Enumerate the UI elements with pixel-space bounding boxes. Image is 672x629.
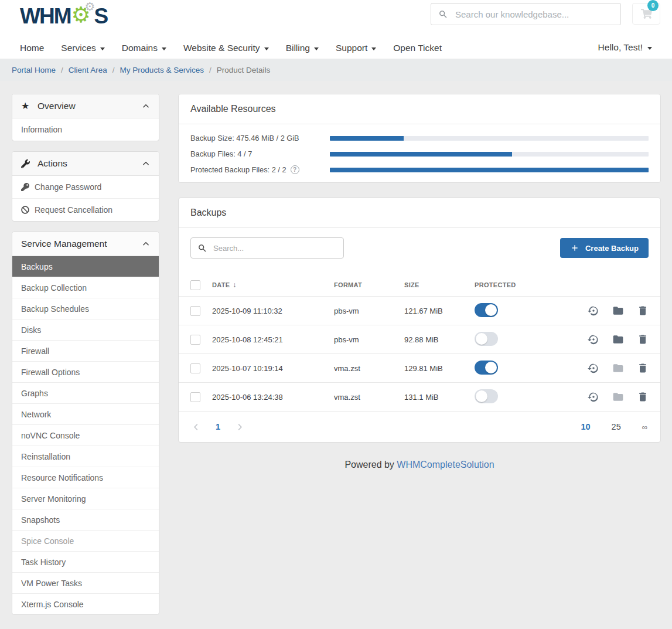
star-icon xyxy=(21,101,32,111)
column-header-date[interactable]: DATE↓ xyxy=(212,281,334,289)
page-size-25[interactable]: 25 xyxy=(612,422,621,431)
account-menu[interactable]: Hello, Test! xyxy=(598,42,652,53)
delete-backup-button[interactable] xyxy=(637,305,649,317)
main-content: Available Resources Backup Size: 475.46 … xyxy=(178,94,661,494)
chevron-down-icon xyxy=(264,47,269,50)
resource-label: Backup Files: 4 / 7 xyxy=(190,149,330,158)
cell-date: 2025-10-07 10:19:14 xyxy=(212,364,334,373)
protected-toggle[interactable] xyxy=(475,332,498,346)
whmcs-logo[interactable]: WHM S xyxy=(20,5,107,29)
sidebar-item-graphs[interactable]: Graphs xyxy=(12,382,159,403)
table-row: 2025-10-07 10:19:14vma.zst129.81 MiB xyxy=(179,353,660,382)
nav-item-support[interactable]: Support xyxy=(336,43,376,53)
delete-backup-button[interactable] xyxy=(637,362,649,374)
logo-text-s: S xyxy=(94,5,107,28)
sidebar-item-label: Firewall xyxy=(21,346,49,356)
page-size-10[interactable]: 10 xyxy=(581,422,590,431)
help-icon[interactable]: ? xyxy=(291,165,299,174)
nav-item-services[interactable]: Services xyxy=(61,43,104,53)
toggle-knob xyxy=(476,390,487,402)
sidebar-item-novnc-console[interactable]: noVNC Console xyxy=(12,424,159,446)
sidebar-item-task-history[interactable]: Task History xyxy=(12,551,159,572)
nav-item-website-security[interactable]: Website & Security xyxy=(183,43,269,53)
sidebar-item-firewall[interactable]: Firewall xyxy=(12,340,159,361)
sidebar-item-backup-collection[interactable]: Backup Collection xyxy=(12,277,159,298)
sidebar-item-information[interactable]: Information xyxy=(12,118,159,141)
sidebar-item-xterm-js-console[interactable]: Xterm.js Console xyxy=(12,593,159,614)
overview-panel-header[interactable]: Overview xyxy=(12,94,159,118)
browse-files-button[interactable] xyxy=(612,305,624,317)
prev-page-icon[interactable] xyxy=(192,423,200,431)
actions-panel: Actions Change PasswordRequest Cancellat… xyxy=(12,151,159,222)
service-management-panel: Service Management BackupsBackup Collect… xyxy=(12,232,159,615)
delete-backup-button[interactable] xyxy=(637,334,649,345)
sidebar-item-label: Resource Notifications xyxy=(21,473,103,482)
sidebar-item-vm-power-tasks[interactable]: VM Power Tasks xyxy=(12,572,159,593)
nav-item-home[interactable]: Home xyxy=(20,43,44,53)
current-page[interactable]: 1 xyxy=(216,422,220,431)
sidebar-item-label: Disks xyxy=(21,325,41,335)
cell-size: 131.1 MiB xyxy=(404,393,475,402)
knowledgebase-search-input[interactable] xyxy=(455,9,613,19)
sidebar-item-label: Backup Schedules xyxy=(21,304,89,314)
whmcs-footer-link[interactable]: WHMCompleteSolution xyxy=(397,460,494,470)
sidebar-item-resource-notifications[interactable]: Resource Notifications xyxy=(12,467,159,488)
page-size-all[interactable]: ∞ xyxy=(642,423,647,431)
restore-backup-button[interactable] xyxy=(588,305,599,317)
breadcrumb-client-area[interactable]: Client Area xyxy=(69,66,107,74)
sidebar-item-network[interactable]: Network xyxy=(12,403,159,424)
sidebar-item-label: VM Power Tasks xyxy=(21,579,82,588)
nav-item-billing[interactable]: Billing xyxy=(286,43,319,53)
sidebar-item-change-password[interactable]: Change Password xyxy=(12,176,159,198)
sidebar-item-request-cancellation[interactable]: Request Cancellation xyxy=(12,198,159,221)
select-all-checkbox[interactable] xyxy=(190,280,200,290)
delete-backup-button[interactable] xyxy=(637,391,649,403)
sidebar-item-firewall-options[interactable]: Firewall Options xyxy=(12,361,159,382)
cart-button[interactable]: 0 xyxy=(632,3,660,25)
sidebar-item-spice-console[interactable]: Spice Console xyxy=(12,530,159,551)
protected-toggle[interactable] xyxy=(475,361,498,375)
service-management-header[interactable]: Service Management xyxy=(12,232,159,256)
sidebar-item-label: Firewall Options xyxy=(21,368,80,377)
restore-backup-button[interactable] xyxy=(588,362,599,374)
sidebar-item-snapshots[interactable]: Snapshots xyxy=(12,509,159,530)
breadcrumb-portal-home[interactable]: Portal Home xyxy=(12,66,56,74)
sidebar-item-label: Backups xyxy=(21,262,53,271)
chevron-down-icon xyxy=(371,47,376,50)
protected-toggle[interactable] xyxy=(475,389,498,403)
column-header-size[interactable]: SIZE xyxy=(404,281,475,288)
sidebar-item-backup-schedules[interactable]: Backup Schedules xyxy=(12,298,159,319)
sidebar-item-label: Change Password xyxy=(35,182,101,192)
protected-toggle[interactable] xyxy=(475,303,498,317)
sidebar-item-reinstallation[interactable]: Reinstallation xyxy=(12,446,159,467)
next-page-icon[interactable] xyxy=(236,423,244,431)
sidebar-item-label: Xterm.js Console xyxy=(21,600,84,609)
restore-backup-button[interactable] xyxy=(588,391,599,403)
toggle-knob xyxy=(485,362,497,373)
powered-by-text: Powered by xyxy=(344,460,394,470)
chevron-down-icon xyxy=(162,47,166,50)
breadcrumb-separator: / xyxy=(112,66,115,74)
actions-panel-header[interactable]: Actions xyxy=(12,152,159,176)
sidebar-item-label: Reinstallation xyxy=(21,452,70,461)
chevron-up-icon xyxy=(142,102,150,110)
browse-files-button[interactable] xyxy=(612,334,624,345)
create-backup-button[interactable]: Create Backup xyxy=(560,238,649,258)
row-checkbox[interactable] xyxy=(190,335,200,345)
sidebar-item-server-monitoring[interactable]: Server Monitoring xyxy=(12,488,159,509)
nav-item-open-ticket[interactable]: Open Ticket xyxy=(393,43,442,53)
restore-backup-button[interactable] xyxy=(588,334,599,345)
actions-panel-title: Actions xyxy=(37,158,67,169)
cell-size: 129.81 MiB xyxy=(404,364,475,373)
nav-item-domains[interactable]: Domains xyxy=(122,43,166,53)
row-checkbox[interactable] xyxy=(190,392,200,402)
breadcrumb-my-products-services[interactable]: My Products & Services xyxy=(120,66,204,74)
backups-search-input[interactable] xyxy=(213,244,337,253)
sidebar-item-disks[interactable]: Disks xyxy=(12,319,159,340)
row-checkbox[interactable] xyxy=(190,306,200,316)
backups-title: Backups xyxy=(179,198,660,228)
column-header-protected[interactable]: PROTECTED xyxy=(475,281,557,288)
column-header-format[interactable]: FORMAT xyxy=(334,281,404,288)
sidebar-item-backups[interactable]: Backups xyxy=(12,256,159,277)
row-checkbox[interactable] xyxy=(190,363,200,373)
